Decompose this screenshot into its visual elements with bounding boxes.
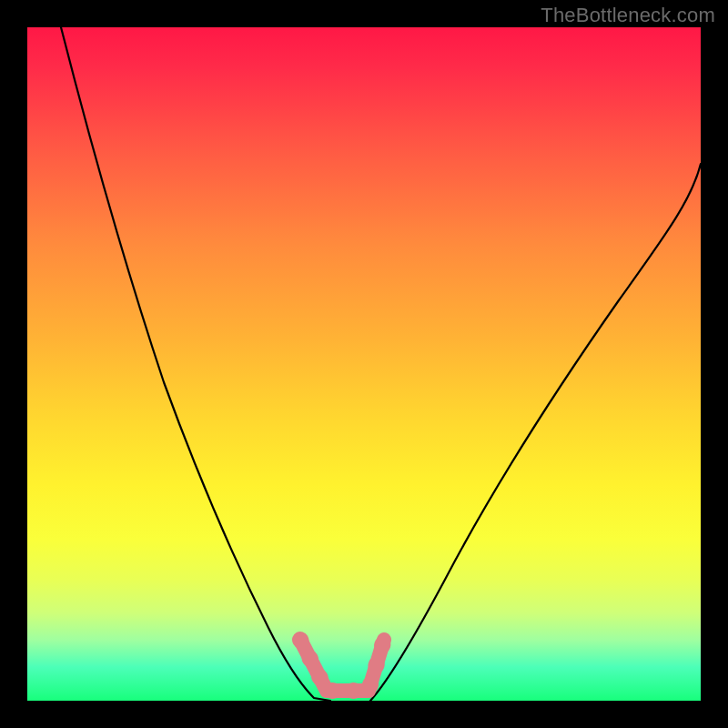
chart-frame: TheBottleneck.com: [0, 0, 728, 728]
curves-layer: [27, 27, 701, 701]
marker-shape-solid: [300, 640, 384, 691]
left-curve: [61, 27, 330, 701]
plot-area: [27, 27, 701, 701]
watermark-text: TheBottleneck.com: [541, 4, 715, 27]
right-curve: [370, 164, 701, 701]
